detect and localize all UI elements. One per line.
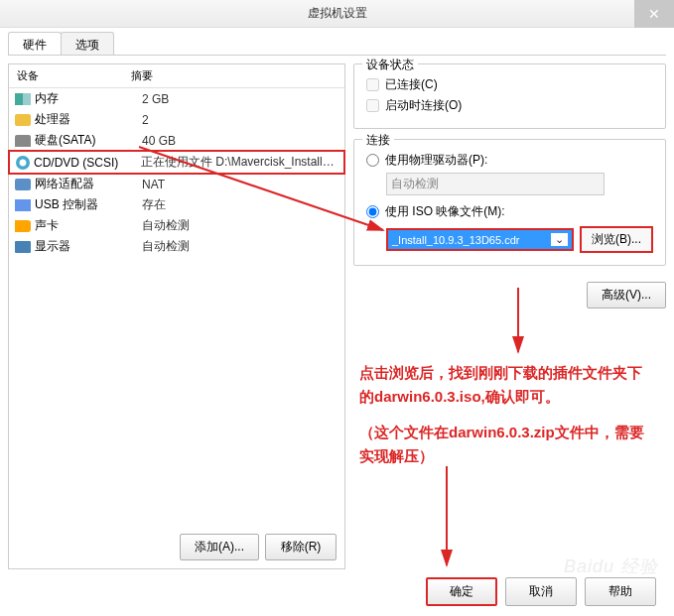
- annotation-text-1: 点击浏览后，找到刚刚下载的插件文件夹下的darwin6.0.3.iso,确认即可…: [359, 361, 647, 409]
- cd-icon: [16, 156, 30, 170]
- device-row-cd[interactable]: CD/DVD (SCSI) 正在使用文件 D:\Mavercisk_Instal…: [8, 150, 345, 175]
- device-row-network[interactable]: 网络适配器 NAT: [9, 174, 344, 194]
- use-iso-radio-row[interactable]: 使用 ISO 映像文件(M):: [366, 201, 653, 222]
- connection-group: 连接 使用物理驱动器(P): 自动检测 使用 ISO 映像文件(M): _Ins…: [353, 139, 666, 266]
- display-icon: [15, 241, 31, 253]
- device-list-panel: 设备 摘要 内存 2 GB 处理器 2 硬盘(SATA) 40 GB CD/DV…: [8, 63, 345, 569]
- device-row-disk[interactable]: 硬盘(SATA) 40 GB: [9, 130, 344, 151]
- device-row-display[interactable]: 显示器 自动检测: [9, 236, 344, 257]
- usb-icon: [15, 199, 31, 211]
- ok-button[interactable]: 确定: [426, 577, 497, 606]
- device-row-sound[interactable]: 声卡 自动检测: [9, 215, 344, 236]
- use-iso-radio[interactable]: [366, 205, 379, 218]
- iso-path-dropdown[interactable]: _Install_10.9.3_13D65.cdr ⌄: [386, 228, 574, 251]
- tab-options[interactable]: 选项: [61, 32, 114, 55]
- tabs: 硬件 选项: [8, 32, 666, 56]
- remove-button[interactable]: 移除(R): [265, 534, 337, 560]
- annotation-text-2: （这个文件在darwin6.0.3.zip文件中，需要实现解压）: [359, 421, 647, 468]
- physical-drive-select[interactable]: 自动检测: [386, 173, 605, 195]
- disk-icon: [15, 135, 31, 147]
- device-status-group: 设备状态 已连接(C) 启动时连接(O): [353, 63, 666, 129]
- dialog-buttons: 确定 取消 帮助: [426, 577, 656, 606]
- sound-icon: [15, 220, 31, 232]
- col-header-device: 设备: [17, 68, 131, 83]
- network-icon: [15, 179, 31, 190]
- use-physical-radio-row[interactable]: 使用物理驱动器(P):: [366, 150, 653, 171]
- help-button[interactable]: 帮助: [585, 577, 656, 606]
- chevron-down-icon: ⌄: [551, 233, 568, 246]
- col-header-summary: 摘要: [131, 68, 337, 83]
- connect-on-start-checkbox[interactable]: [366, 99, 379, 112]
- connected-checkbox[interactable]: [366, 78, 379, 91]
- tab-hardware[interactable]: 硬件: [8, 32, 62, 55]
- advanced-button[interactable]: 高级(V)...: [587, 282, 666, 308]
- device-row-cpu[interactable]: 处理器 2: [9, 109, 344, 130]
- right-panel: 设备状态 已连接(C) 启动时连接(O) 连接 使用物理驱动器(P): 自动检测…: [353, 63, 666, 569]
- connected-checkbox-row[interactable]: 已连接(C): [366, 74, 653, 95]
- memory-icon: [15, 93, 31, 105]
- connect-on-start-checkbox-row[interactable]: 启动时连接(O): [366, 95, 653, 116]
- device-row-memory[interactable]: 内存 2 GB: [9, 88, 344, 109]
- list-header: 设备 摘要: [9, 64, 344, 88]
- add-button[interactable]: 添加(A)...: [180, 534, 259, 560]
- cancel-button[interactable]: 取消: [505, 577, 577, 606]
- device-row-usb[interactable]: USB 控制器 存在: [9, 194, 344, 215]
- window-title: 虚拟机设置: [308, 5, 367, 22]
- titlebar: 虚拟机设置 ✕: [0, 0, 674, 28]
- use-physical-radio[interactable]: [366, 154, 379, 167]
- browse-button[interactable]: 浏览(B)...: [580, 226, 653, 253]
- cpu-icon: [15, 114, 31, 126]
- close-icon[interactable]: ✕: [634, 0, 674, 28]
